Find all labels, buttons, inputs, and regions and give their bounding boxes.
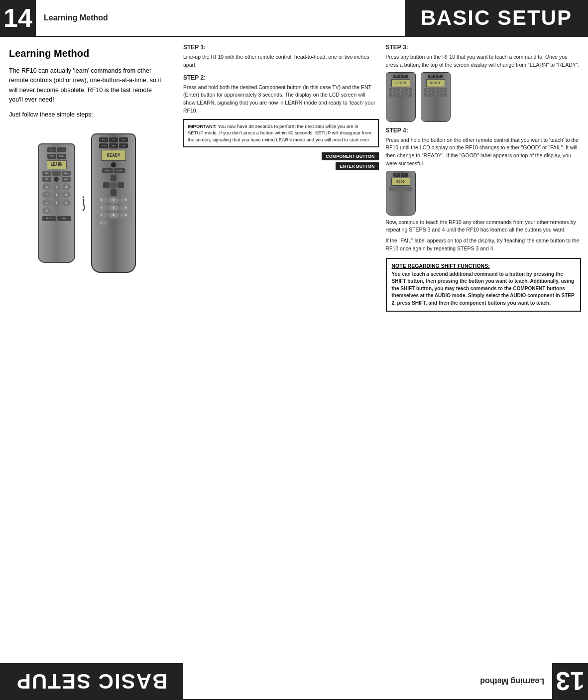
step3-remote-learn: AUX TV LEARN 1 2 3 4 5 6	[386, 72, 416, 122]
steps-3-4-column: STEP 3: Press any button on the RF10 tha…	[386, 44, 582, 656]
note-text: You can teach a second additional comman…	[392, 271, 576, 307]
step3-title: STEP 3:	[386, 44, 582, 51]
step3-text: Press any button on the RF10 that you wa…	[386, 53, 582, 69]
important-text: IMPORTANT: You now have 30 seconds to pe…	[188, 123, 374, 143]
step2-title: STEP 2:	[183, 74, 379, 81]
step4-remote-good: AUX TV GOOD	[386, 171, 416, 216]
footer-bar: 13 Learning Method BASIC SETUP	[0, 663, 588, 700]
main-content: Learning Method The RF10 can actually 'l…	[0, 37, 588, 663]
step2-text: Press and hold both the desired Componen…	[183, 84, 379, 115]
main-title-footer: BASIC SETUP	[0, 663, 183, 699]
step1-text: Line-up the RF10 with the other remote c…	[183, 53, 379, 69]
note-box: NOTE REGARDING SHIFT FUNCTIONS: You can …	[386, 258, 582, 312]
component-button-label: COMPONENT BUTTON	[322, 152, 378, 160]
step1-title: STEP 1:	[183, 44, 379, 51]
rf10-remote: AUX TV DVD VCR SAT CBL READY SHIFT SLEEP	[91, 133, 136, 273]
step3-lcd-area: AUX TV LEARN 1 2 3 4 5 6	[386, 72, 582, 122]
section-title-footer: Learning Method	[183, 663, 552, 699]
step4-block: STEP 4: Press and hold the button on the…	[386, 127, 582, 312]
enter-button-label: ENTER BUTTON	[336, 162, 378, 170]
left-column: Learning Method The RF10 can actually 'l…	[0, 37, 174, 663]
step3-block: STEP 3: Press any button on the RF10 tha…	[386, 44, 582, 122]
page-number-footer: 13	[552, 663, 588, 699]
left-body-text-1: The RF10 can actually 'learn' commands f…	[9, 66, 165, 105]
steps-1-2-column: STEP 1: Line-up the RF10 with the other …	[183, 44, 379, 656]
page-number-header: 14	[0, 0, 36, 36]
main-title-header: BASIC SETUP	[405, 0, 588, 36]
header-bar: 14 Learning Method BASIC SETUP	[0, 0, 588, 37]
button-labels: COMPONENT BUTTON ENTER BUTTON	[183, 152, 379, 170]
step4-text2: Now, continue to teach the RF10 any othe…	[386, 219, 582, 234]
important-box: IMPORTANT: You now have 30 seconds to pe…	[183, 119, 379, 147]
step4-title: STEP 4:	[386, 127, 582, 134]
step3-remote-ready: AUX TV READY 1 2 3 4 5 6	[421, 72, 451, 122]
page: 14 Learning Method BASIC SETUP 13 Learni…	[0, 0, 588, 700]
note-title: NOTE REGARDING SHIFT FUNCTIONS:	[392, 263, 576, 269]
left-heading: Learning Method	[9, 48, 165, 59]
right-column: STEP 1: Line-up the RF10 with the other …	[174, 37, 588, 663]
step4-text: Press and hold the button on the other r…	[386, 136, 582, 168]
left-body-text-2: Just follow these simple steps:	[9, 110, 165, 119]
step4-lcd-area: AUX TV GOOD	[386, 171, 582, 216]
section-title-header: Learning Method	[36, 0, 405, 36]
other-remote: AUX TV VCR DVD LEARN CH+ VOL+ CH- VO	[38, 143, 75, 263]
steps-area: STEP 1: Line-up the RF10 with the other …	[183, 44, 581, 656]
remote-illustration: AUX TV VCR DVD LEARN CH+ VOL+ CH- VO	[9, 133, 165, 273]
step4-text3: If the "FAIL" label appears on top of th…	[386, 237, 582, 253]
step2-block: STEP 2: Press and hold both the desired …	[183, 74, 379, 170]
step1-block: STEP 1: Line-up the RF10 with the other …	[183, 44, 379, 69]
signal-waves-icon	[80, 196, 86, 210]
